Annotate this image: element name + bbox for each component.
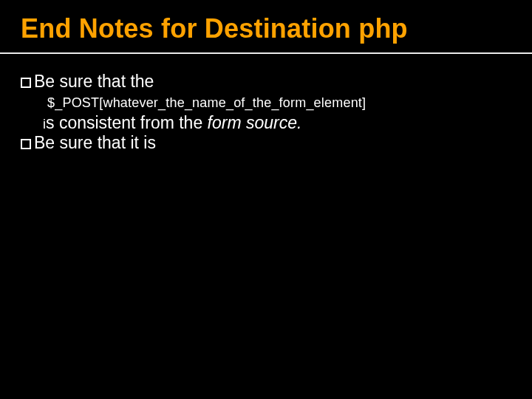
- slide: End Notes for Destination php Be sure th…: [0, 0, 532, 399]
- cont-text: s consistent from the: [46, 113, 208, 132]
- bullet-1: Be sure that the: [21, 72, 511, 92]
- bullet-2-text: Be sure that it is: [34, 133, 156, 152]
- square-bullet-icon: [21, 139, 31, 149]
- slide-title: End Notes for Destination php: [21, 13, 511, 52]
- cont-italic: form source.: [208, 113, 302, 132]
- bullet-2: Be sure that it is: [21, 133, 511, 154]
- bullet-1-code: $_POST[whatever_the_name_of_the_form_ele…: [21, 95, 511, 112]
- slide-body: Be sure that the $_POST[whatever_the_nam…: [21, 54, 511, 153]
- square-bullet-icon: [21, 78, 31, 88]
- bullet-1-continuation: is consistent from the form source.: [21, 113, 511, 134]
- bullet-1-lead: Be sure that the: [34, 72, 154, 91]
